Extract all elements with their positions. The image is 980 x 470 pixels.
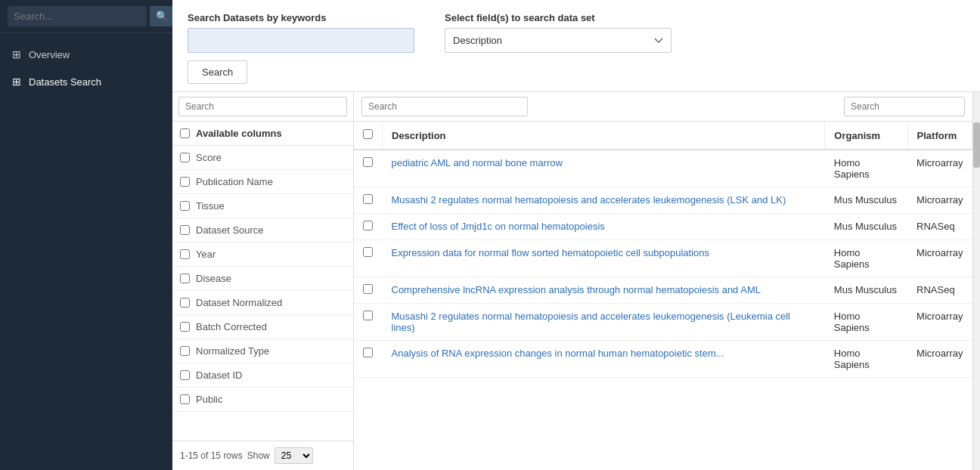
sidebar-nav: ⊞ Overview ⊞ Datasets Search — [0, 33, 172, 103]
column-label-tissue: Tissue — [196, 200, 225, 212]
sidebar-search-button[interactable]: 🔍 — [150, 6, 175, 26]
show-label: Show — [247, 450, 270, 461]
top-search-area: Search Datasets by keywords normal Selec… — [172, 0, 980, 92]
row-organism-0: Homo Sapiens — [825, 150, 907, 187]
columns-search-input[interactable] — [178, 97, 347, 116]
row-platform-6: Microarray — [907, 341, 972, 378]
row-organism-4: Mus Musculus — [825, 277, 907, 304]
column-item-year: Year — [172, 243, 353, 267]
column-item-dataset-normalized: Dataset Normalized — [172, 291, 353, 315]
right-scrollbar[interactable] — [972, 92, 980, 470]
column-checkbox-tissue[interactable] — [180, 201, 190, 211]
top-search-row: Search Datasets by keywords normal Selec… — [188, 12, 965, 53]
table-row: Effect of loss of Jmjd1c on normal hemat… — [354, 214, 972, 240]
description-link-3[interactable]: Expression data for normal flow sorted h… — [392, 247, 710, 258]
table-area: Description Organism Platform pediatric … — [354, 92, 972, 470]
sidebar-search-input[interactable] — [8, 6, 147, 26]
columns-list: Score Publication Name Tissue Dataset So… — [172, 146, 353, 441]
column-label-score: Score — [196, 152, 222, 163]
table-search-right-input[interactable] — [844, 97, 965, 116]
table-row: Expression data for normal flow sorted h… — [354, 240, 972, 277]
sidebar-item-overview[interactable]: ⊞ Overview — [0, 41, 172, 68]
columns-panel-header: Available columns — [172, 122, 353, 146]
row-checkbox-5[interactable] — [363, 311, 373, 320]
column-checkbox-year[interactable] — [180, 249, 190, 259]
columns-panel-footer: 1-15 of 15 rows Show 10 25 50 100 — [172, 441, 353, 470]
table-search-left-input[interactable] — [361, 97, 528, 116]
column-label-normalized-type: Normalized Type — [196, 345, 269, 357]
column-item-dataset-source: Dataset Source — [172, 218, 353, 243]
description-link-1[interactable]: Musashi 2 regulates normal hematopoiesis… — [392, 194, 786, 206]
available-columns-label: Available columns — [196, 128, 282, 139]
row-platform-2: RNASeq — [907, 214, 972, 240]
grid-icon: ⊞ — [12, 48, 21, 60]
description-link-5[interactable]: Musashi 2 regulates normal hematopoiesis… — [392, 311, 791, 333]
row-checkbox-cell — [354, 150, 383, 187]
row-checkbox-cell — [354, 187, 383, 214]
row-checkbox-0[interactable] — [363, 157, 373, 167]
search-icon: 🔍 — [156, 11, 169, 22]
row-checkbox-4[interactable] — [363, 284, 373, 294]
row-description-2: Effect of loss of Jmjd1c on normal hemat… — [383, 214, 825, 240]
row-description-0: pediatric AML and normal bone marrow — [383, 150, 825, 187]
header-description: Description — [383, 122, 825, 150]
field-select[interactable]: Description Title All Fields — [445, 28, 671, 53]
column-checkbox-dataset-source[interactable] — [180, 225, 190, 235]
row-checkbox-2[interactable] — [363, 221, 373, 230]
right-scrollbar-thumb — [973, 122, 980, 168]
row-checkbox-cell — [354, 341, 383, 378]
table-wrapper: Description Organism Platform pediatric … — [354, 122, 972, 470]
table-row: pediatric AML and normal bone marrow Hom… — [354, 150, 972, 187]
rows-count-label: 1-15 of 15 rows — [180, 450, 243, 461]
row-checkbox-1[interactable] — [363, 194, 373, 204]
select-all-columns-checkbox[interactable] — [180, 128, 190, 138]
row-organism-3: Homo Sapiens — [825, 240, 907, 277]
sidebar-search-area: 🔍 — [0, 0, 172, 33]
columns-search-area — [172, 92, 353, 122]
row-description-1: Musashi 2 regulates normal hematopoiesis… — [383, 187, 825, 214]
table-row: Comprehensive lncRNA expression analysis… — [354, 277, 972, 304]
row-organism-1: Mus Musculus — [825, 187, 907, 214]
search-button[interactable]: Search — [188, 60, 247, 84]
row-description-6: Analysis of RNA expression changes in no… — [383, 341, 825, 378]
description-link-6[interactable]: Analysis of RNA expression changes in no… — [392, 348, 724, 359]
show-select[interactable]: 10 25 50 100 — [274, 447, 313, 464]
column-label-dataset-source: Dataset Source — [196, 224, 264, 236]
row-organism-2: Mus Musculus — [825, 214, 907, 240]
description-link-2[interactable]: Effect of loss of Jmjd1c on normal hemat… — [392, 221, 605, 232]
row-checkbox-3[interactable] — [363, 247, 373, 257]
column-item-publication-name: Publication Name — [172, 170, 353, 194]
sidebar-item-datasets-search[interactable]: ⊞ Datasets Search — [0, 68, 172, 95]
field-select-block: Select field(s) to search data set Descr… — [445, 12, 671, 53]
sidebar: 🔍 ⊞ Overview ⊞ Datasets Search — [0, 0, 172, 470]
column-checkbox-score[interactable] — [180, 153, 190, 162]
row-organism-6: Homo Sapiens — [825, 341, 907, 378]
column-checkbox-dataset-id[interactable] — [180, 370, 190, 380]
header-checkbox-cell — [354, 122, 383, 150]
column-checkbox-publication-name[interactable] — [180, 177, 190, 187]
row-platform-3: Microarray — [907, 240, 972, 277]
column-item-normalized-type: Normalized Type — [172, 339, 353, 363]
description-link-0[interactable]: pediatric AML and normal bone marrow — [392, 157, 563, 169]
column-checkbox-normalized-type[interactable] — [180, 346, 190, 356]
datasets-table: Description Organism Platform pediatric … — [354, 122, 972, 378]
column-item-tissue: Tissue — [172, 194, 353, 218]
select-all-rows-checkbox[interactable] — [363, 129, 373, 139]
keywords-input[interactable]: normal — [188, 28, 414, 53]
column-checkbox-disease[interactable] — [180, 274, 190, 283]
column-checkbox-public[interactable] — [180, 394, 190, 404]
keywords-label: Search Datasets by keywords — [188, 12, 414, 23]
column-checkbox-batch-corrected[interactable] — [180, 322, 190, 332]
sidebar-item-overview-label: Overview — [29, 49, 70, 60]
row-checkbox-6[interactable] — [363, 348, 373, 357]
description-link-4[interactable]: Comprehensive lncRNA expression analysis… — [392, 284, 761, 295]
column-checkbox-dataset-normalized[interactable] — [180, 298, 190, 308]
columns-panel: Available columns Score Publication Name… — [172, 92, 354, 470]
content-area: Available columns Score Publication Name… — [172, 92, 980, 470]
sidebar-item-datasets-search-label: Datasets Search — [29, 76, 101, 88]
header-platform: Platform — [907, 122, 972, 150]
row-platform-4: RNASeq — [907, 277, 972, 304]
keywords-search-block: Search Datasets by keywords normal — [188, 12, 414, 53]
column-label-dataset-normalized: Dataset Normalized — [196, 297, 282, 308]
table-search-row — [354, 92, 972, 122]
